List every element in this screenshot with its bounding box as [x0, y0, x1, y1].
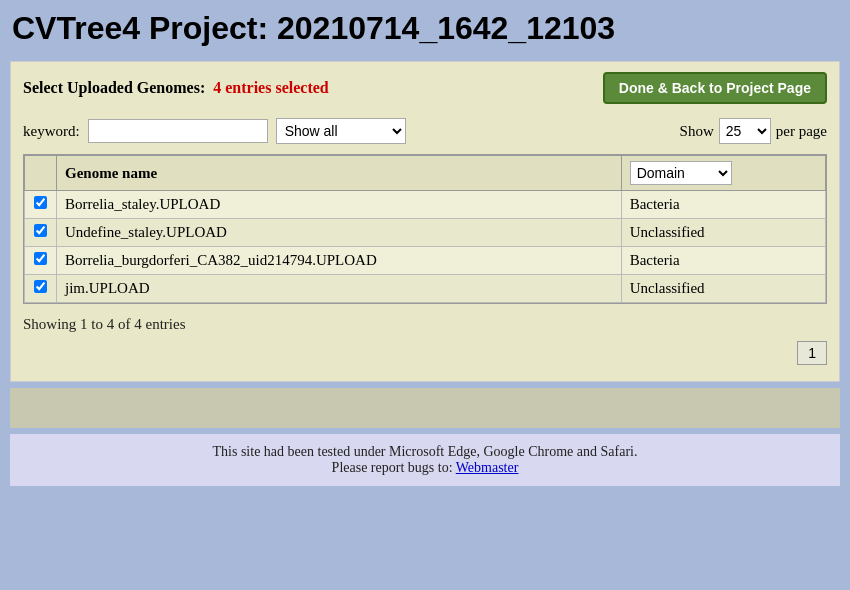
genome-name-cell: Undefine_staley.UPLOAD [57, 219, 622, 247]
genome-name-cell: jim.UPLOAD [57, 275, 622, 303]
page-1-button[interactable]: 1 [797, 341, 827, 365]
row-checkbox-cell [25, 219, 57, 247]
row-checkbox[interactable] [34, 224, 47, 237]
domain-value-cell: Unclassified [621, 219, 825, 247]
page-title: CVTree4 Project: 20210714_1642_12103 [12, 10, 838, 47]
domain-value-cell: Bacteria [621, 191, 825, 219]
col-header-checkbox [25, 156, 57, 191]
genome-name-cell: Borrelia_staley.UPLOAD [57, 191, 622, 219]
col-header-genome: Genome name [57, 156, 622, 191]
row-checkbox[interactable] [34, 196, 47, 209]
show-all-select[interactable]: Show allShow selectedShow unselected [276, 118, 406, 144]
select-genomes-label: Select Uploaded Genomes: [23, 79, 205, 97]
table-row: Borrelia_staley.UPLOADBacteria [25, 191, 826, 219]
spacer-area [10, 388, 840, 428]
entries-selected-badge: 4 entries selected [213, 79, 329, 97]
genome-name-cell: Borrelia_burgdorferi_CA382_uid214794.UPL… [57, 247, 622, 275]
per-page-select[interactable]: 102550100 [719, 118, 771, 144]
row-checkbox[interactable] [34, 252, 47, 265]
row-checkbox-cell [25, 247, 57, 275]
keyword-label: keyword: [23, 123, 80, 140]
table-row: Borrelia_burgdorferi_CA382_uid214794.UPL… [25, 247, 826, 275]
showing-text: Showing 1 to 4 of 4 entries [23, 316, 827, 333]
row-checkbox[interactable] [34, 280, 47, 293]
per-page-label: Show [680, 123, 714, 140]
col-header-domain: DomainAllBacteriaArchaeaUnclassified [621, 156, 825, 191]
footer-line2-prefix: Please report bugs to: [332, 460, 456, 475]
table-row: Undefine_staley.UPLOADUnclassified [25, 219, 826, 247]
per-page-suffix: per page [776, 123, 827, 140]
footer-line2: Please report bugs to: Webmaster [20, 460, 830, 476]
footer-line1: This site had been tested under Microsof… [20, 444, 830, 460]
table-row: jim.UPLOADUnclassified [25, 275, 826, 303]
domain-filter-select[interactable]: DomainAllBacteriaArchaeaUnclassified [630, 161, 732, 185]
done-back-button[interactable]: Done & Back to Project Page [603, 72, 827, 104]
row-checkbox-cell [25, 191, 57, 219]
webmaster-link[interactable]: Webmaster [456, 460, 519, 475]
domain-value-cell: Bacteria [621, 247, 825, 275]
row-checkbox-cell [25, 275, 57, 303]
search-input[interactable] [88, 119, 268, 143]
domain-value-cell: Unclassified [621, 275, 825, 303]
